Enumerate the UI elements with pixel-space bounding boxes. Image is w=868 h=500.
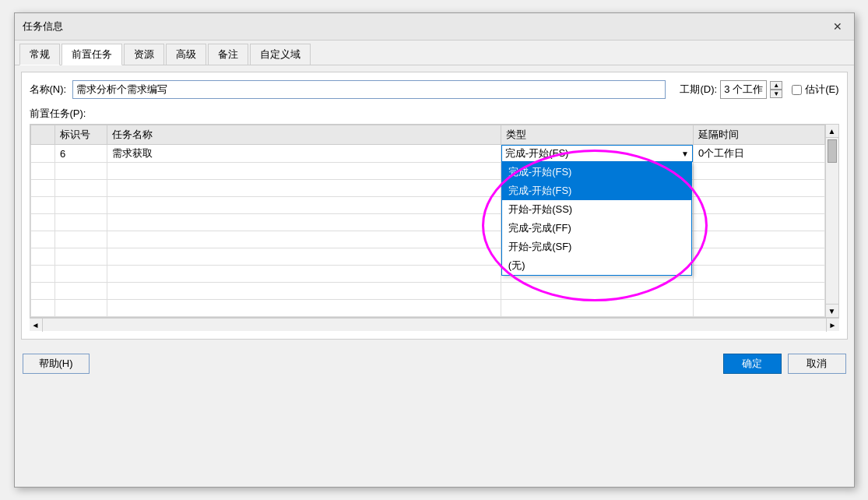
dropdown-item-fs[interactable]: 完成-开始(FS) [502, 181, 691, 200]
row-id: 6 [54, 145, 107, 163]
horizontal-scrollbar[interactable]: ◄ ► [30, 318, 839, 331]
col-header-name: 任务名称 [107, 125, 501, 145]
empty-row [30, 266, 824, 283]
tab-general[interactable]: 常规 [19, 44, 60, 65]
vertical-scrollbar[interactable]: ▲ ▼ [825, 125, 838, 317]
dropdown-menu: 完成-开始(FS) 完成-开始(FS) 开始-开始(SS) 完成-完成(FF) … [501, 162, 692, 276]
content-area: 名称(N): 工期(D): ▲ ▼ 估计(E) 前置任务(P): [21, 72, 848, 340]
spin-up-button[interactable]: ▲ [770, 81, 782, 90]
scroll-h-track [43, 319, 826, 331]
empty-row [30, 163, 824, 180]
estimate-group: 估计(E) [792, 83, 838, 97]
scroll-thumb[interactable] [828, 139, 837, 163]
empty-row [30, 248, 824, 266]
title-bar: 任务信息 ✕ [15, 13, 854, 40]
task-info-dialog: 任务信息 ✕ 常规 前置任务 资源 高级 备注 自定义域 名称(N): 工期(D… [14, 12, 855, 488]
row-delay: 0个工作日 [693, 145, 824, 163]
empty-row [30, 300, 824, 317]
ok-button[interactable]: 确定 [723, 354, 782, 374]
bottom-bar: 帮助(H) 确定 取消 [15, 346, 854, 382]
tab-advanced[interactable]: 高级 [166, 44, 206, 65]
dropdown-item-ff[interactable]: 完成-完成(FF) [502, 219, 691, 238]
tab-notes[interactable]: 备注 [208, 44, 248, 65]
empty-row [30, 197, 824, 214]
help-button[interactable]: 帮助(H) [23, 354, 90, 374]
spin-down-button[interactable]: ▼ [770, 90, 782, 98]
name-input[interactable] [72, 80, 666, 99]
col-header-type: 类型 [501, 125, 693, 145]
duration-group: 工期(D): ▲ ▼ 估计(E) [680, 80, 838, 99]
tab-custom-fields[interactable]: 自定义域 [250, 44, 311, 65]
dropdown-selected-display[interactable]: 完成-开始(FS) ▼ [501, 145, 693, 162]
estimate-checkbox[interactable] [792, 85, 802, 95]
selected-label: 完成-开始(FS) [505, 146, 569, 160]
scroll-left-button[interactable]: ◄ [30, 319, 43, 332]
tab-bar: 常规 前置任务 资源 高级 备注 自定义域 [15, 40, 854, 65]
scroll-track [826, 138, 838, 304]
empty-row [30, 214, 824, 231]
tab-resources[interactable]: 资源 [124, 44, 164, 65]
cancel-button[interactable]: 取消 [788, 354, 846, 374]
row-type[interactable]: 完成-开始(FS) ▼ 完成-开始(FS) 完成-开始(FS) 开始-开始(SS… [501, 145, 693, 163]
col-header-check [30, 125, 54, 145]
name-label: 名称(N): [30, 83, 67, 97]
tab-predecessors[interactable]: 前置任务 [61, 44, 122, 65]
duration-spinner: ▲ ▼ [770, 81, 782, 98]
dropdown-item-none[interactable]: (无) [502, 256, 691, 275]
predecessors-label: 前置任务(P): [30, 107, 839, 121]
scroll-up-button[interactable]: ▲ [826, 125, 838, 138]
col-header-delay: 延隔时间 [693, 125, 824, 145]
type-dropdown[interactable]: 完成-开始(FS) ▼ 完成-开始(FS) 完成-开始(FS) 开始-开始(SS… [501, 145, 693, 162]
estimate-label: 估计(E) [805, 83, 838, 97]
table-row: 6 需求获取 完成-开始(FS) ▼ 完 [30, 145, 824, 163]
dropdown-item-fs-top[interactable]: 完成-开始(FS) [502, 163, 691, 181]
duration-input[interactable] [720, 80, 767, 99]
dialog-title: 任务信息 [23, 19, 63, 33]
close-button[interactable]: ✕ [829, 18, 846, 35]
scroll-right-button[interactable]: ► [826, 319, 839, 332]
dropdown-item-ss[interactable]: 开始-开始(SS) [502, 200, 691, 219]
empty-row [30, 283, 824, 300]
row-check [30, 145, 54, 163]
dropdown-arrow-icon: ▼ [681, 150, 689, 158]
scroll-down-button[interactable]: ▼ [826, 304, 838, 317]
duration-label: 工期(D): [680, 83, 717, 97]
empty-row [30, 180, 824, 197]
predecessors-table: 标识号 任务名称 类型 延隔时间 6 需求获取 [30, 125, 825, 317]
form-row: 名称(N): 工期(D): ▲ ▼ 估计(E) [30, 80, 839, 99]
table-container: 标识号 任务名称 类型 延隔时间 6 需求获取 [30, 124, 839, 318]
row-name: 需求获取 [107, 145, 501, 163]
right-buttons: 确定 取消 [723, 354, 846, 374]
dropdown-item-sf[interactable]: 开始-完成(SF) [502, 238, 691, 256]
table-scroll-area: 标识号 任务名称 类型 延隔时间 6 需求获取 [30, 125, 838, 317]
col-header-id: 标识号 [54, 125, 107, 145]
empty-row [30, 231, 824, 248]
